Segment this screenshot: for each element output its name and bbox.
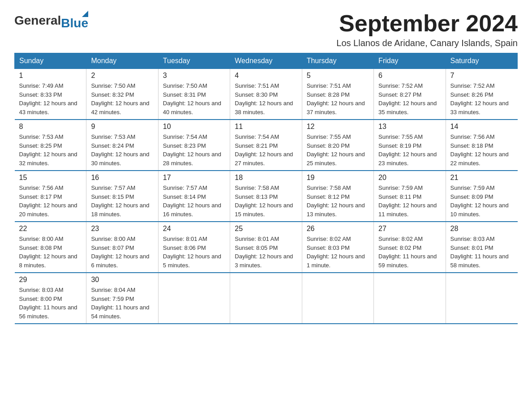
day-info: Sunrise: 7:56 AMSunset: 8:17 PMDaylight:…	[19, 184, 77, 218]
title-area: September 2024 Los Llanos de Aridane, Ca…	[336, 11, 518, 48]
day-info: Sunrise: 8:01 AMSunset: 8:06 PMDaylight:…	[163, 235, 221, 269]
calendar-cell: 23Sunrise: 8:00 AMSunset: 8:07 PMDayligh…	[86, 222, 158, 273]
day-number: 11	[235, 123, 297, 131]
day-number: 4	[235, 72, 297, 80]
calendar-cell	[302, 273, 373, 324]
calendar-cell: 6Sunrise: 7:52 AMSunset: 8:27 PMDaylight…	[374, 69, 446, 120]
day-info: Sunrise: 7:59 AMSunset: 8:09 PMDaylight:…	[450, 184, 509, 218]
calendar-week-row: 1Sunrise: 7:49 AMSunset: 8:33 PMDaylight…	[15, 69, 518, 120]
day-number: 18	[235, 174, 297, 182]
calendar-cell: 1Sunrise: 7:49 AMSunset: 8:33 PMDaylight…	[15, 69, 86, 120]
day-header-thursday: Thursday	[302, 53, 373, 69]
day-header-wednesday: Wednesday	[230, 53, 302, 69]
calendar-cell	[230, 273, 302, 324]
logo-blue-block: Blue	[61, 11, 88, 30]
day-info: Sunrise: 7:57 AMSunset: 8:15 PMDaylight:…	[91, 184, 149, 218]
logo-blue-text: Blue	[61, 16, 88, 30]
day-number: 21	[450, 174, 513, 182]
calendar-cell: 7Sunrise: 7:52 AMSunset: 8:26 PMDaylight…	[446, 69, 517, 120]
day-number: 8	[19, 123, 82, 131]
day-info: Sunrise: 8:03 AMSunset: 8:00 PMDaylight:…	[19, 287, 77, 320]
day-info: Sunrise: 7:53 AMSunset: 8:24 PMDaylight:…	[91, 133, 149, 167]
logo: General Blue	[14, 11, 88, 30]
subtitle: Los Llanos de Aridane, Canary Islands, S…	[336, 38, 518, 48]
calendar-cell: 16Sunrise: 7:57 AMSunset: 8:15 PMDayligh…	[86, 171, 158, 222]
calendar-cell: 12Sunrise: 7:55 AMSunset: 8:20 PMDayligh…	[302, 120, 373, 171]
day-number: 7	[450, 72, 513, 80]
day-info: Sunrise: 7:54 AMSunset: 8:21 PMDaylight:…	[235, 133, 293, 167]
day-info: Sunrise: 7:55 AMSunset: 8:20 PMDaylight:…	[307, 133, 365, 167]
logo-general-text: General	[14, 13, 61, 28]
day-info: Sunrise: 8:03 AMSunset: 8:01 PMDaylight:…	[450, 235, 509, 269]
calendar-cell: 3Sunrise: 7:50 AMSunset: 8:31 PMDaylight…	[158, 69, 230, 120]
calendar-cell: 25Sunrise: 8:01 AMSunset: 8:05 PMDayligh…	[230, 222, 302, 273]
calendar-cell: 22Sunrise: 8:00 AMSunset: 8:08 PMDayligh…	[15, 222, 86, 273]
day-number: 5	[307, 72, 369, 80]
calendar-cell: 13Sunrise: 7:55 AMSunset: 8:19 PMDayligh…	[374, 120, 446, 171]
day-number: 30	[91, 276, 153, 284]
day-header-saturday: Saturday	[446, 53, 517, 69]
day-number: 26	[307, 225, 369, 233]
calendar-cell: 20Sunrise: 7:59 AMSunset: 8:11 PMDayligh…	[374, 171, 446, 222]
day-info: Sunrise: 7:52 AMSunset: 8:27 PMDaylight:…	[378, 82, 437, 116]
day-header-friday: Friday	[374, 53, 446, 69]
day-number: 2	[91, 72, 153, 80]
day-info: Sunrise: 7:50 AMSunset: 8:31 PMDaylight:…	[163, 82, 221, 116]
day-info: Sunrise: 8:01 AMSunset: 8:05 PMDaylight:…	[235, 235, 293, 269]
calendar-cell: 4Sunrise: 7:51 AMSunset: 8:30 PMDaylight…	[230, 69, 302, 120]
day-info: Sunrise: 7:56 AMSunset: 8:18 PMDaylight:…	[450, 133, 509, 167]
day-header-monday: Monday	[86, 53, 158, 69]
calendar-week-row: 8Sunrise: 7:53 AMSunset: 8:25 PMDaylight…	[15, 120, 518, 171]
day-info: Sunrise: 8:00 AMSunset: 8:08 PMDaylight:…	[19, 235, 77, 269]
day-info: Sunrise: 7:52 AMSunset: 8:26 PMDaylight:…	[450, 82, 509, 116]
day-number: 23	[91, 225, 153, 233]
calendar-cell: 28Sunrise: 8:03 AMSunset: 8:01 PMDayligh…	[446, 222, 517, 273]
day-info: Sunrise: 7:54 AMSunset: 8:23 PMDaylight:…	[163, 133, 221, 167]
day-info: Sunrise: 8:00 AMSunset: 8:07 PMDaylight:…	[91, 235, 149, 269]
day-number: 3	[163, 72, 225, 80]
page-title: September 2024	[336, 11, 518, 36]
day-number: 9	[91, 123, 153, 131]
day-info: Sunrise: 8:02 AMSunset: 8:02 PMDaylight:…	[378, 235, 437, 269]
day-number: 27	[378, 225, 441, 233]
calendar-cell: 14Sunrise: 7:56 AMSunset: 8:18 PMDayligh…	[446, 120, 517, 171]
day-number: 25	[235, 225, 297, 233]
calendar-cell: 26Sunrise: 8:02 AMSunset: 8:03 PMDayligh…	[302, 222, 373, 273]
calendar-cell: 10Sunrise: 7:54 AMSunset: 8:23 PMDayligh…	[158, 120, 230, 171]
calendar-cell: 8Sunrise: 7:53 AMSunset: 8:25 PMDaylight…	[15, 120, 86, 171]
calendar-cell: 2Sunrise: 7:50 AMSunset: 8:32 PMDaylight…	[86, 69, 158, 120]
day-info: Sunrise: 7:53 AMSunset: 8:25 PMDaylight:…	[19, 133, 77, 167]
day-number: 12	[307, 123, 369, 131]
day-info: Sunrise: 7:58 AMSunset: 8:13 PMDaylight:…	[235, 184, 293, 218]
calendar-week-row: 15Sunrise: 7:56 AMSunset: 8:17 PMDayligh…	[15, 171, 518, 222]
day-number: 24	[163, 225, 225, 233]
day-number: 1	[19, 72, 82, 80]
calendar-cell: 27Sunrise: 8:02 AMSunset: 8:02 PMDayligh…	[374, 222, 446, 273]
day-number: 16	[91, 174, 153, 182]
calendar-cell	[374, 273, 446, 324]
day-number: 17	[163, 174, 225, 182]
calendar-table: SundayMondayTuesdayWednesdayThursdayFrid…	[14, 53, 518, 324]
header: General Blue September 2024 Los Llanos d…	[14, 11, 518, 48]
day-info: Sunrise: 7:50 AMSunset: 8:32 PMDaylight:…	[91, 82, 149, 116]
day-info: Sunrise: 7:58 AMSunset: 8:12 PMDaylight:…	[307, 184, 365, 218]
calendar-cell: 5Sunrise: 7:51 AMSunset: 8:28 PMDaylight…	[302, 69, 373, 120]
day-number: 20	[378, 174, 441, 182]
calendar-cell	[446, 273, 517, 324]
day-header-sunday: Sunday	[15, 53, 86, 69]
day-number: 28	[450, 225, 513, 233]
calendar-cell: 19Sunrise: 7:58 AMSunset: 8:12 PMDayligh…	[302, 171, 373, 222]
day-number: 10	[163, 123, 225, 131]
day-info: Sunrise: 8:04 AMSunset: 7:59 PMDaylight:…	[91, 287, 149, 320]
calendar-cell: 15Sunrise: 7:56 AMSunset: 8:17 PMDayligh…	[15, 171, 86, 222]
calendar-header-row: SundayMondayTuesdayWednesdayThursdayFrid…	[15, 53, 518, 69]
calendar-week-row: 29Sunrise: 8:03 AMSunset: 8:00 PMDayligh…	[15, 273, 518, 324]
day-header-tuesday: Tuesday	[158, 53, 230, 69]
day-info: Sunrise: 7:49 AMSunset: 8:33 PMDaylight:…	[19, 82, 77, 116]
day-info: Sunrise: 7:51 AMSunset: 8:28 PMDaylight:…	[307, 82, 365, 116]
day-info: Sunrise: 7:55 AMSunset: 8:19 PMDaylight:…	[378, 133, 437, 167]
calendar-cell: 24Sunrise: 8:01 AMSunset: 8:06 PMDayligh…	[158, 222, 230, 273]
calendar-week-row: 22Sunrise: 8:00 AMSunset: 8:08 PMDayligh…	[15, 222, 518, 273]
calendar-cell	[158, 273, 230, 324]
calendar-cell: 29Sunrise: 8:03 AMSunset: 8:00 PMDayligh…	[15, 273, 86, 324]
